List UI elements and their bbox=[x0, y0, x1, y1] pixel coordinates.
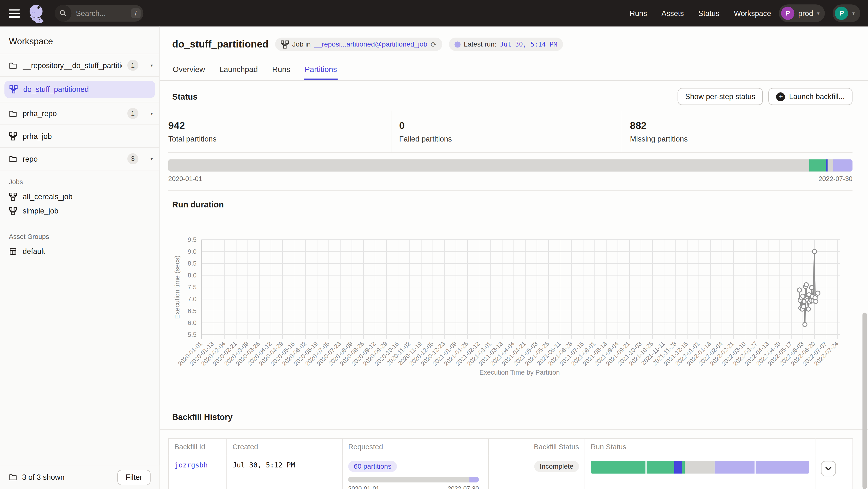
svg-text:6.5: 6.5 bbox=[188, 307, 197, 315]
asset-group-icon bbox=[9, 247, 17, 255]
latest-run-prefix: Latest run: bbox=[464, 40, 497, 48]
deployment-switcher[interactable]: P prod ▾ bbox=[779, 4, 825, 22]
folder-icon bbox=[9, 473, 17, 481]
sidebar-item-default[interactable]: default bbox=[0, 244, 159, 258]
search-placeholder: Search... bbox=[76, 9, 131, 18]
tab-bar: OverviewLaunchpadRunsPartitions bbox=[160, 59, 868, 81]
sidebar-item-label: repo bbox=[23, 155, 38, 163]
tab-partitions[interactable]: Partitions bbox=[304, 59, 338, 80]
main-panel: do_stuff_partitioned Job in __reposi...a… bbox=[160, 27, 868, 489]
job-path-link[interactable]: __reposi...artitioned@partitioned_job bbox=[314, 40, 427, 48]
sidebar-item-prha-job[interactable]: prha_job bbox=[0, 125, 159, 148]
column-header-requested: Requested bbox=[342, 438, 489, 455]
run-status-bar bbox=[591, 461, 809, 474]
requested-count-badge[interactable]: 60 partitions bbox=[348, 461, 397, 472]
sidebar-item-repository-do-stuff-partitio[interactable]: __repository__do_stuff_partitio...1▾ bbox=[0, 54, 159, 77]
sidebar-item-prha-repo[interactable]: prha_repo1▾ bbox=[0, 102, 159, 125]
nav-links: RunsAssetsStatusWorkspace bbox=[630, 9, 771, 18]
sidebar-item-label: simple_job bbox=[23, 207, 58, 215]
segment-success bbox=[682, 461, 685, 474]
nav-link-assets[interactable]: Assets bbox=[661, 9, 684, 18]
deployment-avatar: P bbox=[781, 6, 794, 20]
run-duration-heading: Run duration bbox=[172, 200, 852, 209]
job-path-tag: Job in __reposi...artitioned@partitioned… bbox=[275, 38, 442, 51]
stat-value: 0 bbox=[399, 120, 622, 132]
tab-launchpad[interactable]: Launchpad bbox=[219, 59, 258, 80]
run-duration-chart: 9.59.08.58.07.57.06.56.05.52020-01-01202… bbox=[168, 230, 852, 392]
plus-circle-icon: + bbox=[776, 92, 785, 101]
row-expand-button[interactable] bbox=[821, 461, 836, 477]
run-duration-section: Run duration 9.59.08.58.07.57.06.56.05.5… bbox=[160, 191, 868, 392]
svg-text:5.5: 5.5 bbox=[188, 331, 197, 338]
refresh-icon[interactable]: ⟳ bbox=[431, 40, 437, 48]
page-title: do_stuff_partitioned bbox=[172, 38, 269, 50]
sidebar-item-label: do_stuff_partitioned bbox=[23, 85, 89, 94]
search-icon bbox=[55, 5, 71, 22]
item-count-badge: 1 bbox=[127, 108, 138, 119]
cell-created: Jul 30, 5:12 PM bbox=[227, 455, 342, 489]
tab-overview[interactable]: Overview bbox=[172, 59, 206, 80]
dagster-logo-icon[interactable] bbox=[27, 3, 47, 23]
folder-icon bbox=[9, 109, 17, 118]
chevron-down-icon: ▾ bbox=[817, 10, 819, 16]
sidebar-item-simple-job[interactable]: simple_job bbox=[0, 203, 159, 218]
chevron-down-icon: ▾ bbox=[852, 10, 855, 16]
sidebar-group-title: Asset Groups bbox=[0, 225, 159, 244]
item-count-badge: 3 bbox=[127, 153, 138, 164]
sidebar-item-repo[interactable]: repo3▾ bbox=[0, 148, 159, 171]
segment-success bbox=[647, 461, 675, 474]
column-header-created: Created bbox=[227, 438, 342, 455]
chevron-down-icon[interactable]: ▾ bbox=[151, 63, 153, 68]
job-icon bbox=[9, 132, 17, 140]
svg-text:7.5: 7.5 bbox=[188, 284, 197, 291]
nav-link-workspace[interactable]: Workspace bbox=[734, 9, 771, 18]
table-header-row: Backfill IdCreatedRequestedBackfill Stat… bbox=[168, 438, 853, 455]
partition-status-bar[interactable] bbox=[168, 159, 852, 171]
svg-text:Execution time (secs): Execution time (secs) bbox=[173, 255, 181, 319]
workspace-title: Workspace bbox=[0, 27, 159, 54]
stat-failed-partitions: 0Failed partitions bbox=[391, 111, 622, 152]
tab-runs[interactable]: Runs bbox=[272, 59, 291, 80]
segment-success bbox=[591, 461, 646, 474]
segment-in_progress bbox=[756, 461, 809, 474]
segment-missing bbox=[685, 461, 715, 474]
chevron-down-icon[interactable]: ▾ bbox=[151, 111, 153, 116]
nav-link-runs[interactable]: Runs bbox=[630, 9, 647, 18]
svg-text:9.0: 9.0 bbox=[188, 248, 197, 255]
partition-range-start: 2020-01-01 bbox=[168, 175, 202, 183]
job-icon bbox=[9, 192, 17, 200]
sidebar-item-all-cereals-job[interactable]: all_cereals_job bbox=[0, 189, 159, 203]
cell-actions bbox=[815, 455, 853, 489]
search-input[interactable]: Search... / bbox=[55, 5, 143, 22]
menu-icon[interactable] bbox=[9, 9, 20, 18]
status-heading: Status bbox=[172, 92, 197, 101]
filter-button[interactable]: Filter bbox=[117, 469, 151, 485]
workspace-sidebar: Workspace __repository__do_stuff_partiti… bbox=[0, 27, 160, 489]
partition-bar-wrap: 2020-01-01 2022-07-30 bbox=[168, 153, 852, 191]
svg-text:8.0: 8.0 bbox=[188, 272, 197, 279]
stat-label: Missing partitions bbox=[630, 135, 852, 143]
user-avatar: P bbox=[835, 6, 848, 20]
segment-in_progress bbox=[470, 477, 479, 483]
partition-stats: 942Total partitions0Failed partitions882… bbox=[168, 111, 852, 153]
svg-text:9.5: 9.5 bbox=[188, 236, 197, 243]
stat-label: Failed partitions bbox=[399, 135, 622, 143]
nav-link-status[interactable]: Status bbox=[698, 9, 719, 18]
user-menu[interactable]: P ▾ bbox=[833, 4, 860, 22]
segment-in_progress bbox=[833, 159, 852, 171]
latest-run-tag: Latest run: Jul 30, 5:14 PM bbox=[449, 38, 563, 51]
launch-backfill-button[interactable]: + Launch backfill... bbox=[769, 88, 852, 105]
segment-missing bbox=[348, 477, 470, 483]
sidebar-group-jobs: Jobsall_cereals_jobsimple_job bbox=[0, 170, 159, 225]
column-header-backfill-id: Backfill Id bbox=[168, 438, 227, 455]
segment-missing bbox=[829, 159, 833, 171]
execution-time-chart: 9.59.08.58.07.57.06.56.05.52020-01-01202… bbox=[168, 230, 852, 391]
scrollbar-thumb[interactable] bbox=[862, 313, 867, 489]
sidebar-item-do-stuff-partitioned[interactable]: do_stuff_partitioned bbox=[4, 81, 155, 98]
column-header-run-status: Run Status bbox=[585, 438, 815, 455]
segment-queued bbox=[674, 461, 682, 474]
show-per-step-status-button[interactable]: Show per-step status bbox=[677, 88, 763, 105]
backfill-id-link[interactable]: jozrgsbh bbox=[174, 461, 208, 469]
chevron-down-icon[interactable]: ▾ bbox=[151, 156, 153, 161]
latest-run-link[interactable]: Jul 30, 5:14 PM bbox=[500, 40, 557, 48]
